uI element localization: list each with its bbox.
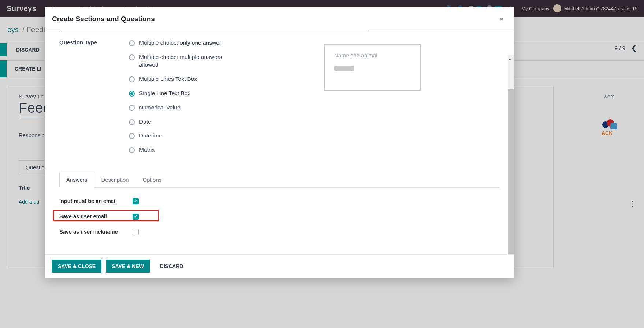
save-new-button[interactable]: SAVE & NEW xyxy=(106,260,150,273)
question-type-radio[interactable]: Numerical Value xyxy=(129,104,499,112)
radio-icon xyxy=(129,76,135,82)
radio-icon xyxy=(129,147,135,153)
preview-text: Name one animal xyxy=(334,52,410,59)
question-type-radio[interactable]: Multiple choice: only one answer xyxy=(129,39,499,47)
scrollbar-thumb[interactable] xyxy=(508,89,514,254)
question-type-radio[interactable]: Datetime xyxy=(129,132,499,140)
radio-icon xyxy=(129,54,135,60)
modal-dialog: Create Sections and Questions × ▴ ▾ Ques… xyxy=(45,7,514,278)
question-preview: Name one animal xyxy=(324,44,421,91)
radio-icon xyxy=(129,105,135,111)
question-type-radio[interactable]: Date xyxy=(129,118,499,126)
answers-panel: Input must be an emailSave as user email… xyxy=(59,188,499,237)
checkbox-input-must-be-email[interactable] xyxy=(133,198,139,204)
preview-answer-stub xyxy=(334,66,354,71)
close-icon[interactable]: × xyxy=(496,14,507,24)
question-type-radio[interactable]: Single Line Text Box xyxy=(129,90,499,97)
checkbox-save-as-user-email[interactable] xyxy=(133,214,139,220)
modal-title: Create Sections and Questions xyxy=(52,15,155,23)
tab-description[interactable]: Description xyxy=(94,172,136,188)
check-row-save-as-user-nickname: Save as user nickname xyxy=(59,227,499,237)
radio-label: Date xyxy=(139,118,151,126)
tab-options[interactable]: Options xyxy=(136,172,169,188)
radio-label: Matrix xyxy=(139,146,155,154)
radio-label: Multiple choice: multiple answers allowe… xyxy=(139,53,242,69)
radio-icon xyxy=(129,40,135,46)
question-type-radio[interactable]: Matrix xyxy=(129,146,499,154)
check-label-save-as-user-nickname: Save as user nickname xyxy=(59,229,125,235)
radio-icon xyxy=(129,119,135,125)
radio-label: Datetime xyxy=(139,132,162,140)
check-label-save-as-user-email: Save as user email xyxy=(59,214,125,219)
check-row-save-as-user-email: Save as user email xyxy=(59,212,499,221)
question-type-options: Multiple choice: only one answerMultiple… xyxy=(129,39,499,161)
modal-header: Create Sections and Questions × xyxy=(45,7,514,31)
question-type-radio[interactable]: Multiple Lines Text Box xyxy=(129,75,499,83)
tab-answers[interactable]: Answers xyxy=(59,172,94,188)
radio-label: Multiple choice: only one answer xyxy=(139,39,221,47)
radio-label: Multiple Lines Text Box xyxy=(139,75,197,83)
radio-icon xyxy=(129,133,135,139)
question-type-label: Question Type xyxy=(59,39,100,161)
scrollbar-up-icon[interactable]: ▴ xyxy=(509,56,513,60)
discard-button[interactable]: DISCARD xyxy=(154,260,189,273)
modal-body: ▴ ▾ Question Type Multiple choice: only … xyxy=(45,31,514,254)
radio-label: Numerical Value xyxy=(139,104,180,112)
question-type-radio[interactable]: Multiple choice: multiple answers allowe… xyxy=(129,53,499,69)
modal-footer: SAVE & CLOSE SAVE & NEW DISCARD xyxy=(45,254,514,278)
checkbox-save-as-user-nickname[interactable] xyxy=(133,229,139,235)
check-label-input-must-be-email: Input must be an email xyxy=(59,198,125,204)
header-divider xyxy=(45,31,514,31)
save-close-button[interactable]: SAVE & CLOSE xyxy=(52,260,101,273)
modal-tabs: AnswersDescriptionOptions xyxy=(59,171,499,188)
radio-icon xyxy=(129,91,135,97)
check-row-input-must-be-email: Input must be an email xyxy=(59,196,499,206)
radio-label: Single Line Text Box xyxy=(139,90,190,97)
